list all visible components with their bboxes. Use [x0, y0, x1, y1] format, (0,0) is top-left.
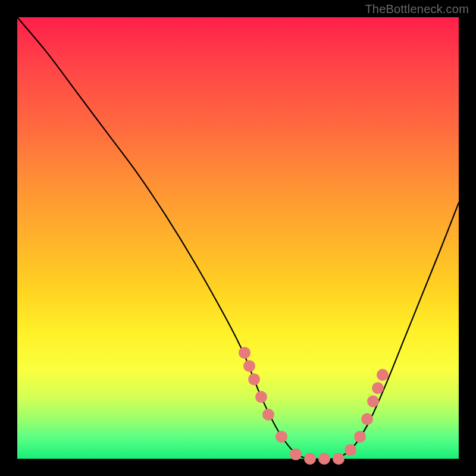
highlight-dot	[354, 431, 366, 443]
highlight-dot	[275, 431, 287, 443]
highlight-dot	[377, 369, 389, 381]
highlight-dot	[243, 360, 255, 372]
highlight-dot	[290, 449, 302, 461]
highlight-dot	[345, 444, 356, 456]
highlight-dot	[239, 347, 250, 359]
bottleneck-curve	[17, 17, 459, 459]
chart-svg	[17, 17, 459, 459]
chart-frame: TheBottleneck.com	[0, 0, 476, 476]
highlight-dot	[361, 413, 373, 425]
highlight-dot	[248, 373, 260, 385]
highlight-dot	[372, 382, 384, 394]
attribution-text: TheBottleneck.com	[365, 2, 469, 16]
highlight-dots-group	[239, 347, 389, 465]
highlight-dot	[367, 396, 379, 408]
highlight-dot	[318, 453, 330, 465]
highlight-dot	[333, 453, 345, 465]
highlight-dot	[255, 391, 267, 403]
highlight-dot	[262, 409, 274, 421]
highlight-dot	[304, 453, 316, 465]
